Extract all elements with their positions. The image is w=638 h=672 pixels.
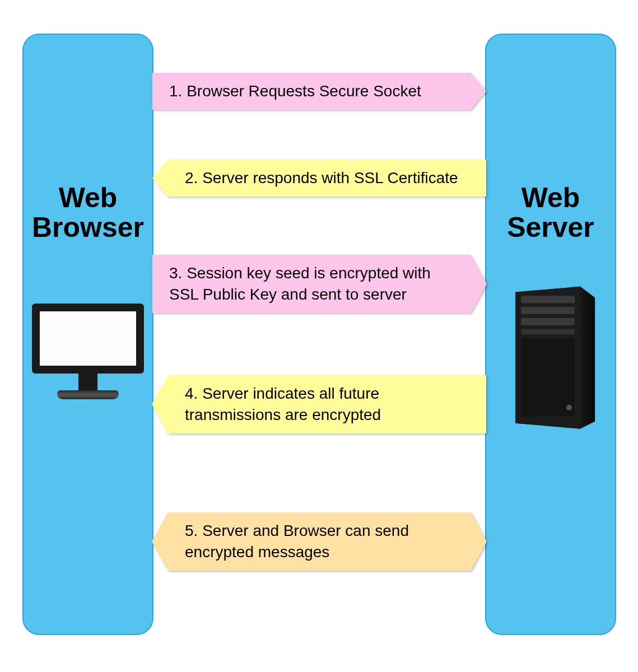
step-5-arrow: 5. Server and Browser can send encrypted… bbox=[152, 512, 486, 571]
browser-pillar: Web Browser bbox=[22, 34, 153, 635]
step-2-arrow: 2. Server responds with SSL Certificate bbox=[152, 160, 486, 197]
browser-title: Web Browser bbox=[24, 183, 152, 242]
server-title: Web Server bbox=[486, 183, 615, 242]
server-title-line2: Server bbox=[507, 212, 594, 243]
svg-rect-2 bbox=[521, 296, 575, 303]
svg-point-7 bbox=[566, 405, 572, 410]
server-tower-icon bbox=[505, 281, 597, 432]
server-pillar: Web Server bbox=[485, 34, 616, 635]
server-title-line1: Web bbox=[521, 182, 580, 213]
svg-rect-5 bbox=[521, 329, 575, 335]
step-3-arrow: 3. Session key seed is encrypted with SS… bbox=[152, 255, 486, 313]
step-4-arrow: 4. Server indicates all future transmiss… bbox=[152, 375, 486, 433]
step-3-label: 3. Session key seed is encrypted with SS… bbox=[152, 255, 471, 313]
browser-title-line2: Browser bbox=[32, 212, 144, 243]
monitor-icon bbox=[32, 304, 144, 399]
step-4-label: 4. Server indicates all future transmiss… bbox=[168, 375, 486, 433]
step-1-label: 1. Browser Requests Secure Socket bbox=[152, 73, 471, 110]
svg-rect-6 bbox=[521, 338, 575, 417]
ssl-handshake-diagram: Web Browser Web Server bbox=[22, 22, 616, 650]
svg-rect-4 bbox=[521, 318, 575, 325]
step-1-arrow: 1. Browser Requests Secure Socket bbox=[152, 73, 486, 110]
browser-title-line1: Web bbox=[59, 182, 118, 213]
step-5-label: 5. Server and Browser can send encrypted… bbox=[168, 512, 471, 571]
step-2-label: 2. Server responds with SSL Certificate bbox=[168, 160, 486, 197]
svg-rect-3 bbox=[521, 307, 575, 314]
